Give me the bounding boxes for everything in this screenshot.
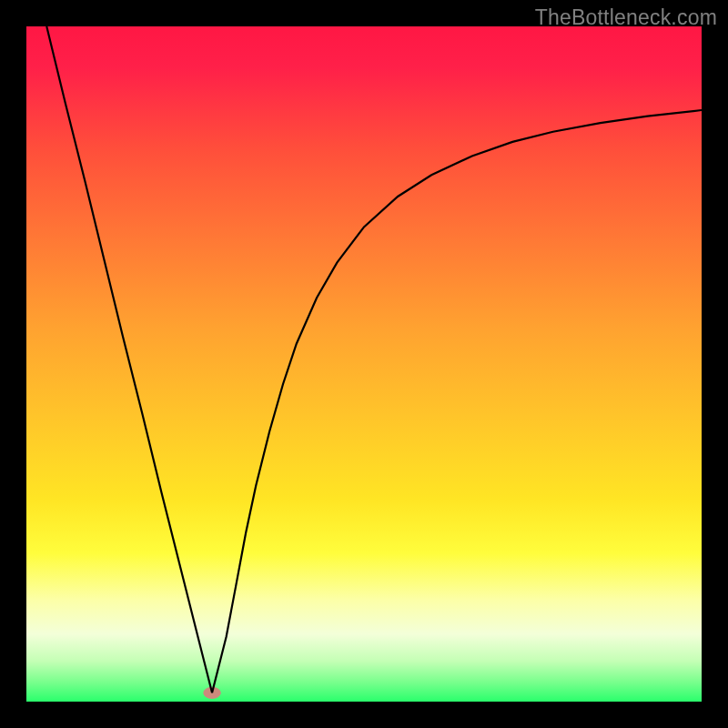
plot-area: [26, 26, 702, 702]
curve-path: [46, 26, 702, 693]
curve-layer: [26, 26, 702, 702]
watermark-text: TheBottleneck.com: [535, 5, 717, 30]
chart-frame: TheBottleneck.com: [0, 0, 728, 728]
